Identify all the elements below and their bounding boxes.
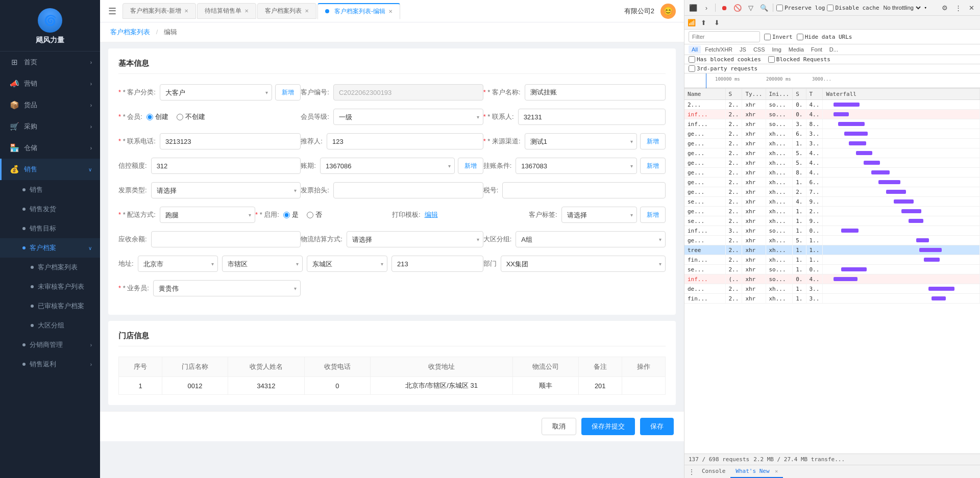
tab-new[interactable]: 客户档案列表-新增 ✕ [122, 3, 196, 19]
enabled-no-radio-input[interactable] [307, 212, 313, 218]
logistics-method-select[interactable]: 请选择 [347, 231, 483, 247]
filter-doc[interactable]: D... [826, 45, 841, 54]
disable-cache-checkbox[interactable] [827, 5, 834, 11]
tax-input[interactable] [502, 182, 666, 198]
customer-tag-select[interactable]: 请选择 [561, 207, 637, 223]
customer-no-input[interactable] [333, 84, 483, 100]
preserve-log-checkbox-label[interactable]: Preserve log [776, 5, 825, 11]
sidebar-item-distributor[interactable]: 分销商管理 › [0, 335, 100, 355]
network-row[interactable]: ge... 2.. xhr xh... 6. 3.. [684, 129, 980, 139]
source-channel-select[interactable]: 测试1 [525, 133, 637, 149]
network-row[interactable]: de... 2.. xhr xh... 1. 3.. [684, 284, 980, 294]
invoice-header-input[interactable] [333, 182, 483, 198]
network-row[interactable]: ge... 2.. xhr xh... 1. 6.. [684, 178, 980, 187]
sidebar-item-marketing[interactable]: 📣 营销 › [0, 73, 100, 94]
sidebar-item-warehouse[interactable]: 🏪 仓储 › [0, 137, 100, 159]
network-row[interactable]: tree 2.. xhr xh... 1. 1.. [684, 245, 980, 255]
sidebar-item-sales-delivery[interactable]: 销售发货 [0, 199, 100, 219]
region-group-select[interactable]: A组 [516, 231, 666, 247]
tab-edit[interactable]: 客户档案列表-编辑 ✕ [317, 3, 400, 19]
hide-data-urls-checkbox[interactable] [797, 34, 803, 40]
devtools-arrow-btn[interactable]: › [701, 2, 712, 13]
whats-new-close-icon[interactable]: ✕ [775, 468, 778, 474]
user-avatar[interactable]: 😊 [660, 4, 676, 19]
sidebar-item-customer-unreviewed[interactable]: 未审核客户列表 [0, 277, 100, 296]
sidebar-item-home[interactable]: ⊞ 首页 › [0, 52, 100, 73]
network-row[interactable]: ge... 2.. xhr xh... 1. 3.. [684, 139, 980, 148]
network-row[interactable]: 2... 2.. xhr so... 0. 4.. [684, 100, 980, 110]
sidebar-item-region-group[interactable]: 大区分组 [0, 316, 100, 335]
network-row[interactable]: ge... 2.. xhr xh... 5. 1.. [684, 236, 980, 245]
network-row[interactable]: inf... 3.. xhr so... 1. 0.. [684, 226, 980, 236]
sidebar-item-goods[interactable]: 📦 货品 › [0, 94, 100, 116]
add-tag-button[interactable]: 新增 [640, 207, 666, 223]
sidebar-item-sales-order[interactable]: 销售 [0, 180, 100, 199]
third-party-checkbox-label[interactable]: 3rd-party requests [689, 65, 976, 72]
add-channel-button[interactable]: 新增 [640, 133, 666, 149]
devtools-filter-btn[interactable]: ▽ [745, 2, 756, 13]
cancel-button[interactable]: 取消 [542, 418, 576, 435]
blocked-requests-label[interactable]: Blocked Requests [768, 56, 830, 63]
blocked-requests-checkbox[interactable] [768, 56, 775, 63]
tab-pending[interactable]: 待结算销售单 ✕ [197, 3, 256, 19]
devtools-close-btn[interactable]: ✕ [966, 2, 977, 13]
address-area-select[interactable]: 东城区 [307, 256, 387, 272]
network-row[interactable]: se... 2.. xhr xh... 1. 9.. [684, 216, 980, 226]
add-condition-button[interactable]: 新增 [640, 158, 666, 174]
network-row[interactable]: inf... 2.. xhr so... 0. 4.. [684, 110, 980, 119]
devtools-search-btn[interactable]: 🔍 [758, 2, 770, 13]
enabled-yes-radio[interactable]: 是 [283, 210, 299, 219]
filter-media[interactable]: Media [786, 45, 807, 54]
preserve-log-checkbox[interactable] [776, 5, 783, 11]
outstanding-input[interactable] [151, 231, 301, 247]
address-district-select[interactable]: 市辖区 [222, 256, 303, 272]
filter-img[interactable]: Img [769, 45, 785, 54]
disable-cache-checkbox-label[interactable]: Disable cache [827, 5, 879, 11]
department-select[interactable]: XX集团 [501, 256, 666, 272]
network-row[interactable]: ge... 2.. xhr xh... 2. 7.. [684, 187, 980, 197]
credit-limit-input[interactable] [151, 158, 301, 174]
network-filter-input[interactable] [689, 31, 760, 42]
tab-pending-close[interactable]: ✕ [244, 8, 249, 14]
has-blocked-cookies-label[interactable]: Has blocked cookies [689, 56, 761, 63]
devtools-clear-btn[interactable]: 🚫 [732, 2, 743, 13]
bottom-tab-console[interactable]: Console [697, 465, 730, 478]
tab-list-close[interactable]: ✕ [305, 8, 309, 14]
save-button[interactable]: 保存 [640, 418, 674, 435]
devtools-more-btn[interactable]: ⋮ [952, 2, 964, 13]
filter-css[interactable]: CSS [750, 45, 768, 54]
sidebar-item-purchase[interactable]: 🛒 采购 › [0, 116, 100, 137]
bottom-tab-whats-new[interactable]: What's New ✕ [730, 465, 783, 478]
save-submit-button[interactable]: 保存并提交 [581, 418, 635, 435]
tab-list[interactable]: 客户档案列表 ✕ [257, 3, 316, 19]
delivery-method-select[interactable]: 跑腿 [160, 207, 255, 223]
third-party-checkbox[interactable] [689, 65, 695, 72]
network-row[interactable]: ge... 2.. xhr xh... 5. 4.. [684, 158, 980, 168]
member-create-radio[interactable]: 创建 [146, 112, 168, 121]
invert-checkbox-label[interactable]: Invert [764, 34, 793, 40]
throttle-select[interactable]: No throttling [881, 4, 922, 11]
sidebar-item-customer-file[interactable]: 客户档案 ∨ [0, 238, 100, 258]
sidebar-item-sales[interactable]: 💰 销售 ∨ [0, 159, 100, 180]
address-city-select[interactable]: 北京市 [138, 256, 218, 272]
referrer-input[interactable] [327, 133, 483, 149]
account-period-select[interactable]: 1367086 [320, 158, 455, 174]
member-level-select[interactable]: 一级 [333, 109, 483, 125]
filter-js[interactable]: JS [737, 45, 749, 54]
network-table-wrap[interactable]: Name S Ty... Ini... S T Waterfall 2... 2… [684, 89, 980, 454]
has-blocked-cookies-checkbox[interactable] [689, 56, 695, 63]
sidebar-item-sales-target[interactable]: 销售目标 [0, 219, 100, 238]
salesperson-select[interactable]: 黄贵伟 [153, 280, 301, 296]
bottom-tabs-toggle[interactable]: ⋮ [689, 468, 695, 475]
enabled-no-radio[interactable]: 否 [307, 210, 322, 219]
devtools-settings-btn[interactable]: ⚙ [939, 2, 950, 13]
network-row[interactable]: fin... 2.. xhr xh... 1. 1.. [684, 255, 980, 265]
breadcrumb-parent[interactable]: 客户档案列表 [110, 28, 150, 36]
filter-all[interactable]: All [689, 45, 701, 54]
member-no-create-radio[interactable]: 不创建 [177, 112, 205, 121]
devtools-elements-btn[interactable]: ⬛ [688, 2, 699, 13]
address-detail-input[interactable] [391, 256, 483, 272]
print-template-edit-btn[interactable]: 编辑 [425, 211, 438, 218]
network-row[interactable]: fin... 2.. xhr xh... 1. 3.. [684, 294, 980, 304]
phone-input[interactable] [160, 133, 301, 149]
